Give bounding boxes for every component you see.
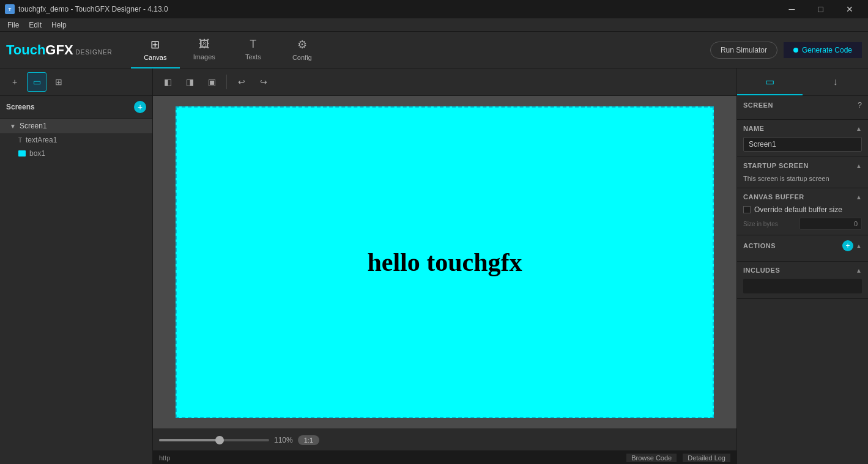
right-tab-code[interactable]: ↓ [803,68,868,95]
brand-logo: Touch GFX DESIGNER [6,42,113,58]
screen-section-title: SCREEN [743,101,773,109]
tab-texts-label: Texts [245,53,261,61]
run-simulator-button[interactable]: Run Simulator [710,42,777,59]
tab-images[interactable]: 🖼 Images [180,32,229,68]
includes-title: INCLUDES [743,267,780,274]
tab-images-label: Images [193,53,215,61]
chevron-down-icon: ▼ [10,123,16,130]
zoom-slider-thumb[interactable] [215,436,224,444]
canvas-screen-text: hello touchgfx [367,248,522,277]
actions-title: ACTIONS [743,242,776,249]
title-bar-text: touchgfx_demo - TouchGFX Designer - 4.13… [18,5,168,13]
name-section: NAME ▲ [737,120,868,157]
menu-file[interactable]: File [2,20,24,31]
select-button[interactable]: ▣ [202,72,221,92]
includes-collapse-icon[interactable]: ▲ [856,267,862,274]
minimize-button[interactable]: ─ [778,0,806,18]
canvas-buffer-header: CANVAS BUFFER ▲ [743,193,862,201]
startup-screen-title: STARTUP SCREEN [743,162,809,169]
tab-config[interactable]: ⚙ Config [278,32,327,68]
help-icon[interactable]: ? [858,101,862,109]
widget-box1[interactable]: box1 [0,147,152,160]
canvas-viewport[interactable]: hello touchgfx [153,96,736,429]
tab-canvas[interactable]: ⊞ Canvas [131,32,180,68]
textarea1-label: textArea1 [26,136,57,144]
screens-title: Screens [6,103,35,111]
startup-collapse-icon[interactable]: ▲ [856,163,862,169]
canvas-buffer-section: CANVAS BUFFER ▲ Override default buffer … [737,188,868,235]
right-panel-tabs: ▭ ↓ [737,68,868,96]
screen-item-screen1[interactable]: ▼ Screen1 [0,119,152,133]
canvas-icon: ⊞ [150,38,160,51]
detailed-log-button[interactable]: Detailed Log [683,454,730,462]
tab-canvas-label: Canvas [144,54,166,61]
screens-header: Screens + [0,96,152,119]
name-section-header: NAME ▲ [743,125,862,132]
widget-tree-button[interactable]: ⊞ [49,72,69,92]
canvas-buffer-title: CANVAS BUFFER [743,193,804,201]
status-left-text: http [159,454,170,462]
actions-section: ACTIONS + ▲ [737,235,868,262]
main-layout: + ▭ ⊞ Screens + ▼ Screen1 T textArea1 bo… [0,68,868,464]
tab-texts[interactable]: T Texts [229,32,278,68]
menu-help[interactable]: Help [46,20,72,31]
size-bytes-input[interactable] [799,218,862,230]
zoom-slider[interactable] [159,439,269,441]
redo-button[interactable]: ↪ [254,72,273,92]
secondary-toolbar: + ▭ ⊞ [0,68,152,96]
images-icon: 🖼 [199,38,210,51]
override-buffer-checkbox[interactable] [743,206,751,213]
right-panel: ▭ ↓ SCREEN ? NAME ▲ STARTUP SCREEN ▲ Thi… [736,68,868,464]
generate-dot-icon [793,48,798,53]
includes-header: INCLUDES ▲ [743,267,862,274]
screen-section-header: SCREEN ? [743,101,862,109]
config-icon: ⚙ [297,38,307,51]
override-buffer-label: Override default buffer size [754,205,842,214]
startup-screen-section: STARTUP SCREEN ▲ This screen is startup … [737,157,868,188]
window-controls[interactable]: ─ □ ✕ [778,0,863,18]
includes-section: INCLUDES ▲ [737,262,868,299]
generate-code-label: Generate Code [802,46,852,54]
size-label: Size in bytes [743,218,797,230]
header-toolbar: Touch GFX DESIGNER ⊞ Canvas 🖼 Images T T… [0,32,868,68]
left-panel: + ▭ ⊞ Screens + ▼ Screen1 T textArea1 bo… [0,68,153,464]
screen-section: SCREEN ? [737,96,868,120]
canvas-buffer-collapse-icon[interactable]: ▲ [856,194,862,201]
zoom-slider-fill [159,439,220,441]
startup-screen-header: STARTUP SCREEN ▲ [743,162,862,169]
add-widget-button[interactable]: + [5,72,24,92]
generate-code-button[interactable]: Generate Code [784,42,862,58]
close-button[interactable]: ✕ [836,0,863,18]
nav-tabs: ⊞ Canvas 🖼 Images T Texts ⚙ Config [131,32,327,68]
add-action-button[interactable]: + [842,240,853,251]
screen-view-button[interactable]: ▭ [27,72,46,92]
widget-textarea1[interactable]: T textArea1 [0,133,152,147]
includes-input[interactable] [743,279,862,293]
canvas-screen[interactable]: hello touchgfx [176,106,714,418]
undo-button[interactable]: ↩ [232,72,251,92]
brand-designer: DESIGNER [76,49,113,56]
menu-bar: File Edit Help [0,18,868,32]
tab-config-label: Config [292,54,312,61]
screen1-label: Screen1 [20,122,47,130]
menu-edit[interactable]: Edit [24,20,46,31]
toolbar-separator [226,75,227,89]
zoom-reset-button[interactable]: 1:1 [298,435,319,445]
move-forward-button[interactable]: ◨ [180,72,199,92]
right-tab-properties[interactable]: ▭ [737,68,803,95]
header-actions: Run Simulator Generate Code [710,42,862,59]
move-back-button[interactable]: ◧ [158,72,177,92]
zoom-slider-container: 110% 1:1 [159,435,319,445]
actions-collapse-icon[interactable]: ▲ [856,243,862,249]
startup-screen-text: This screen is startup screen [743,175,829,182]
brand-gfx: GFX [45,42,73,58]
maximize-button[interactable]: □ [807,0,834,18]
add-screen-button[interactable]: + [134,101,146,113]
app-icon: T [5,4,15,14]
canvas-area: ◧ ◨ ▣ ↩ ↪ hello touchgfx 110% 1:1 [153,68,736,464]
canvas-center-toolbar: ◧ ◨ ▣ ↩ ↪ [153,68,736,96]
text-widget-icon: T [18,137,22,144]
screen-name-input[interactable] [743,137,862,152]
name-collapse-icon[interactable]: ▲ [856,125,862,132]
browse-code-button[interactable]: Browse Code [626,454,677,462]
